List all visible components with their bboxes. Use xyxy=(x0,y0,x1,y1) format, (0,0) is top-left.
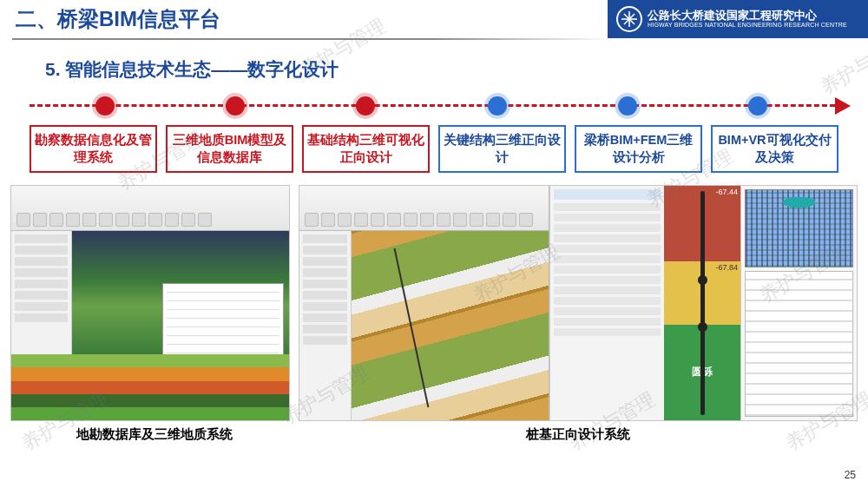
timeline-dot-2 xyxy=(226,96,245,115)
rebar-drawing-view xyxy=(745,271,853,417)
toolbar-button-icon xyxy=(470,213,483,227)
pile-node-icon xyxy=(698,322,707,332)
toolbar-button-icon xyxy=(338,213,352,227)
org-banner: 公路长大桥建设国家工程研究中心 HIGWAY BRIDGES NATIONAL … xyxy=(608,0,868,38)
toolbar-button-icon xyxy=(321,213,335,227)
captions-row: 地勘数据库及三维地质系统 桩基正向设计系统 xyxy=(0,421,868,443)
toolbar-button-icon xyxy=(148,213,162,227)
toolbar-button-icon xyxy=(66,213,80,227)
caption-right: 桩基正向设计系统 xyxy=(299,426,858,443)
timeline-box-5: 梁桥BIM+FEM三维设计分析 xyxy=(575,125,702,173)
section-title: 二、桥梁BIM信息平台 xyxy=(0,5,608,33)
timeline-dot-4 xyxy=(488,96,507,115)
fem-mesh-view xyxy=(745,189,853,267)
org-name-cn: 公路长大桥建设国家工程研究中心 xyxy=(648,10,847,22)
soil-column-view: -67.44 -67.84 圆砾 xyxy=(664,186,740,420)
app-toolbar xyxy=(11,186,289,231)
pile-rod-icon xyxy=(700,191,705,415)
toolbar-button-icon xyxy=(486,213,500,227)
timeline-box-3: 基础结构三维可视化正向设计 xyxy=(302,125,430,173)
toolbar-button-icon xyxy=(371,213,385,227)
pile-axis-icon xyxy=(394,247,430,407)
timeline-dot-1 xyxy=(95,96,115,115)
process-timeline xyxy=(30,94,845,118)
toolbar-button-icon xyxy=(132,213,146,227)
toolbar-button-icon xyxy=(354,213,368,227)
toolbar-button-icon xyxy=(198,213,212,227)
toolbar-button-icon xyxy=(519,213,533,227)
toolbar-button-icon xyxy=(503,213,516,227)
page-number: 25 xyxy=(845,469,856,481)
toolbar-button-icon xyxy=(49,213,63,227)
toolbar-button-icon xyxy=(420,213,434,227)
toolbar-button-icon xyxy=(99,213,113,227)
toolbar-button-icon xyxy=(387,213,401,227)
timeline-dot-5 xyxy=(618,96,637,115)
toolbar-button-icon xyxy=(305,213,319,227)
timeline-boxes: 勘察数据信息化及管理系统 三维地质BIM模型及信息数据库 基础结构三维可视化正向… xyxy=(0,125,868,173)
org-logo-icon xyxy=(616,6,642,32)
caption-left: 地勘数据库及三维地质系统 xyxy=(10,426,299,443)
timeline-dot-6 xyxy=(748,96,767,115)
toolbar-button-icon xyxy=(115,213,129,227)
parameters-panel xyxy=(549,186,664,420)
screenshot-geology-system xyxy=(10,185,290,421)
timeline-box-2: 三维地质BIM模型及信息数据库 xyxy=(166,125,293,173)
screenshots-row: -67.44 -67.84 圆砾 xyxy=(0,173,868,421)
arrowhead-icon xyxy=(835,97,851,115)
analysis-outputs xyxy=(740,186,857,420)
timeline-box-6: BIM+VR可视化交付及决策 xyxy=(711,125,838,173)
screenshot-pile-design: -67.44 -67.84 圆砾 xyxy=(299,185,858,421)
timeline-line xyxy=(30,104,835,107)
pile-section-3d-view xyxy=(352,231,549,420)
slide-subtitle: 5. 智能信息技术生态——数字化设计 xyxy=(0,40,868,90)
toolbar-button-icon xyxy=(82,213,96,227)
strata-section-view xyxy=(11,354,289,420)
toolbar-button-icon xyxy=(165,213,179,227)
app-toolbar xyxy=(299,186,549,231)
timeline-box-4: 关键结构三维正向设计 xyxy=(438,125,566,173)
toolbar-button-icon xyxy=(437,213,450,227)
toolbar-button-icon xyxy=(181,213,195,227)
slide-header: 二、桥梁BIM信息平台 公路长大桥建设国家工程研究中心 HIGWAY BRIDG… xyxy=(0,0,868,38)
toolbar-button-icon xyxy=(404,213,418,227)
timeline-dot-3 xyxy=(356,96,375,115)
pile-node-icon xyxy=(698,275,707,285)
properties-panel xyxy=(11,231,72,356)
pile-design-main xyxy=(299,186,549,420)
project-browser-panel xyxy=(299,231,352,420)
timeline-box-1: 勘察数据信息化及管理系统 xyxy=(30,125,157,173)
toolbar-button-icon xyxy=(16,213,30,227)
toolbar-button-icon xyxy=(33,213,47,227)
geology-3d-view xyxy=(72,231,289,356)
toolbar-button-icon xyxy=(453,213,467,227)
org-name-en: HIGWAY BRIDGES NATIONAL ENGINEERING RESE… xyxy=(648,22,847,29)
